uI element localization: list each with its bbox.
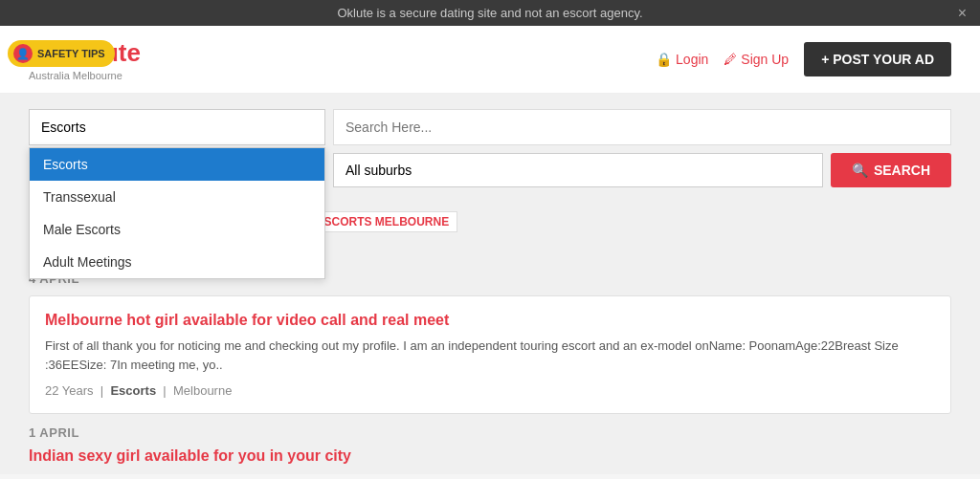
suburb-select[interactable]: All suburbs bbox=[333, 153, 823, 187]
search-input[interactable] bbox=[333, 109, 951, 145]
dropdown-item-adult-meetings[interactable]: Adult Meetings bbox=[30, 246, 324, 278]
breadcrumb-melbourne[interactable]: ESCORTS MELBOURNE bbox=[308, 211, 458, 232]
listing-desc-1: First of all thank you for noticing me a… bbox=[45, 337, 935, 374]
safety-tips-label: SAFETY TIPS bbox=[37, 48, 105, 59]
listing-title-2[interactable]: Indian sexy girl available for you in yo… bbox=[29, 447, 951, 465]
location-text: Australia Melbourne bbox=[29, 70, 141, 81]
header: Oklute Australia Melbourne 🔒 Login 🖉 Sig… bbox=[0, 26, 980, 94]
search-row-2: All suburbs 🔍 SEARCH bbox=[333, 153, 951, 187]
dropdown-item-transsexual[interactable]: Transsexual bbox=[30, 181, 324, 213]
search-button-label: SEARCH bbox=[874, 163, 930, 178]
listing-category-1: Escorts bbox=[110, 383, 156, 398]
search-icon: 🔍 bbox=[852, 163, 868, 178]
dropdown-item-escorts[interactable]: Escorts bbox=[30, 148, 324, 181]
listing-title-1[interactable]: Melbourne hot girl available for video c… bbox=[45, 312, 935, 329]
listing-location-1: Melbourne bbox=[173, 383, 232, 398]
login-icon: 🔒 bbox=[656, 52, 672, 67]
safety-person-icon: 👤 bbox=[13, 44, 33, 63]
signup-icon: 🖉 bbox=[724, 52, 737, 67]
header-actions: 🔒 Login 🖉 Sign Up + POST YOUR AD bbox=[656, 42, 951, 76]
listing-card-1: Melbourne hot girl available for video c… bbox=[29, 295, 951, 414]
listing-meta-1: 22 Years | Escorts | Melbourne bbox=[45, 383, 935, 398]
close-notification-button[interactable]: × bbox=[958, 5, 967, 22]
login-link[interactable]: 🔒 Login bbox=[656, 52, 708, 67]
login-label: Login bbox=[676, 52, 708, 67]
search-row-1: Escorts Transsexual Male Escorts Adult M… bbox=[29, 109, 951, 145]
notification-text: Oklute is a secure dating site and not a… bbox=[337, 6, 642, 20]
signup-label: Sign Up bbox=[741, 52, 789, 67]
safety-tips-badge[interactable]: 👤 SAFETY TIPS bbox=[8, 40, 115, 67]
category-select[interactable]: Escorts Transsexual Male Escorts Adult M… bbox=[29, 109, 325, 145]
category-dropdown: Escorts Transsexual Male Escorts Adult M… bbox=[29, 147, 325, 279]
listing-age-1: 22 Years bbox=[45, 383, 94, 398]
notification-bar: Oklute is a secure dating site and not a… bbox=[0, 0, 980, 26]
search-section: Escorts Transsexual Male Escorts Adult M… bbox=[0, 94, 980, 203]
date-label-2: 1 APRIL bbox=[29, 425, 951, 440]
post-ad-button[interactable]: + POST YOUR AD bbox=[804, 42, 951, 76]
dropdown-item-male-escorts[interactable]: Male Escorts bbox=[30, 213, 324, 246]
search-button[interactable]: 🔍 SEARCH bbox=[831, 153, 951, 187]
signup-link[interactable]: 🖉 Sign Up bbox=[724, 52, 789, 67]
